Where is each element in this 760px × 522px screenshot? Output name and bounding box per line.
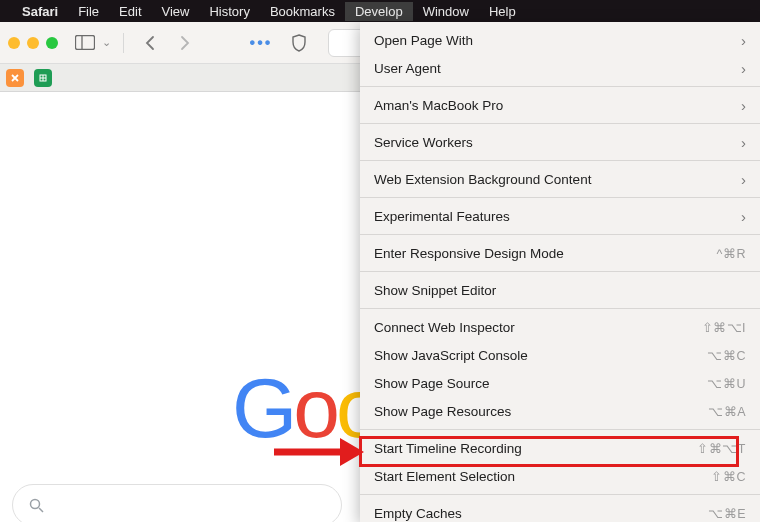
menu-item[interactable]: Connect Web Inspector⇧⌘⌥I (360, 313, 760, 341)
menu-item-label: Open Page With (374, 33, 473, 48)
menu-item-shortcut: ⇧⌘⌥T (697, 441, 746, 456)
chevron-right-icon: › (741, 32, 746, 49)
menu-item-label: Enter Responsive Design Mode (374, 246, 564, 261)
search-input[interactable] (12, 484, 342, 522)
menubar-file[interactable]: File (68, 2, 109, 21)
menubar-app[interactable]: Safari (12, 2, 68, 21)
menu-item[interactable]: Show Page Source⌥⌘U (360, 369, 760, 397)
chevron-right-icon: › (741, 171, 746, 188)
back-button[interactable] (136, 31, 162, 55)
menu-separator (360, 160, 760, 161)
svg-rect-0 (76, 36, 95, 50)
forward-button[interactable] (172, 31, 198, 55)
menu-item[interactable]: Show Snippet Editor (360, 276, 760, 304)
menubar-edit[interactable]: Edit (109, 2, 151, 21)
menu-item-label: Start Timeline Recording (374, 441, 522, 456)
svg-point-7 (31, 499, 40, 508)
menu-item-shortcut: ⌥⌘C (707, 348, 746, 363)
menu-item[interactable]: Enter Responsive Design Mode^⌘R (360, 239, 760, 267)
menu-item[interactable]: Show Page Resources⌥⌘A (360, 397, 760, 425)
privacy-shield-icon[interactable] (286, 31, 312, 55)
menu-item-label: Experimental Features (374, 209, 510, 224)
menu-item-label: Show JavaScript Console (374, 348, 528, 363)
close-window-button[interactable] (8, 37, 20, 49)
menu-item[interactable]: Start Timeline Recording⇧⌘⌥T (360, 434, 760, 462)
menu-separator (360, 123, 760, 124)
sidebar-toggle-button[interactable] (72, 31, 98, 55)
menu-item-label: Connect Web Inspector (374, 320, 515, 335)
menu-item-label: Start Element Selection (374, 469, 515, 484)
menu-item-shortcut: ⇧⌘⌥I (702, 320, 746, 335)
menu-separator (360, 197, 760, 198)
menubar-history[interactable]: History (199, 2, 259, 21)
menu-item-label: Show Page Source (374, 376, 490, 391)
minimize-window-button[interactable] (27, 37, 39, 49)
menubar-window[interactable]: Window (413, 2, 479, 21)
menubar-help[interactable]: Help (479, 2, 526, 21)
menu-item-shortcut: ⇧⌘C (711, 469, 746, 484)
menu-item-shortcut: ⌥⌘U (707, 376, 746, 391)
menu-item[interactable]: Experimental Features› (360, 202, 760, 230)
menubar-view[interactable]: View (152, 2, 200, 21)
menu-item[interactable]: Web Extension Background Content› (360, 165, 760, 193)
menu-item[interactable]: User Agent› (360, 54, 760, 82)
chevron-right-icon: › (741, 97, 746, 114)
menubar-develop[interactable]: Develop (345, 2, 413, 21)
menu-item-shortcut: ^⌘R (717, 246, 746, 261)
develop-menu-dropdown: Open Page With›User Agent›Aman's MacBook… (360, 22, 760, 522)
chevron-right-icon: › (741, 60, 746, 77)
menu-item[interactable]: Show JavaScript Console⌥⌘C (360, 341, 760, 369)
menubar-bookmarks[interactable]: Bookmarks (260, 2, 345, 21)
zoom-window-button[interactable] (46, 37, 58, 49)
menu-item-label: Service Workers (374, 135, 473, 150)
menu-item-label: Show Page Resources (374, 404, 511, 419)
menu-item[interactable]: Empty Caches⌥⌘E (360, 499, 760, 522)
tab-favicon-sheets[interactable] (34, 69, 52, 87)
menu-separator (360, 86, 760, 87)
menu-separator (360, 494, 760, 495)
chevron-right-icon: › (741, 134, 746, 151)
svg-line-8 (39, 508, 43, 512)
chevron-right-icon: › (741, 208, 746, 225)
chevron-down-icon[interactable]: ⌄ (102, 36, 111, 49)
window-controls (8, 37, 58, 49)
search-icon (29, 498, 44, 513)
menu-item-shortcut: ⌥⌘E (708, 506, 746, 521)
menu-item[interactable]: Aman's MacBook Pro› (360, 91, 760, 119)
menu-separator (360, 308, 760, 309)
menu-item-label: Empty Caches (374, 506, 462, 521)
menu-item-label: Aman's MacBook Pro (374, 98, 503, 113)
menu-item-label: User Agent (374, 61, 441, 76)
menu-separator (360, 271, 760, 272)
menu-item[interactable]: Service Workers› (360, 128, 760, 156)
menu-item-label: Show Snippet Editor (374, 283, 496, 298)
more-dots-icon[interactable]: ••• (248, 31, 274, 55)
menu-item[interactable]: Start Element Selection⇧⌘C (360, 462, 760, 490)
tab-favicon-xampp[interactable] (6, 69, 24, 87)
toolbar-separator (123, 33, 124, 53)
system-menubar: Safari File Edit View History Bookmarks … (0, 0, 760, 22)
logo-letter: o (293, 360, 336, 457)
menu-item-label: Web Extension Background Content (374, 172, 591, 187)
menu-separator (360, 429, 760, 430)
menu-item[interactable]: Open Page With› (360, 26, 760, 54)
menu-item-shortcut: ⌥⌘A (708, 404, 746, 419)
menu-separator (360, 234, 760, 235)
logo-letter: G (232, 360, 293, 457)
